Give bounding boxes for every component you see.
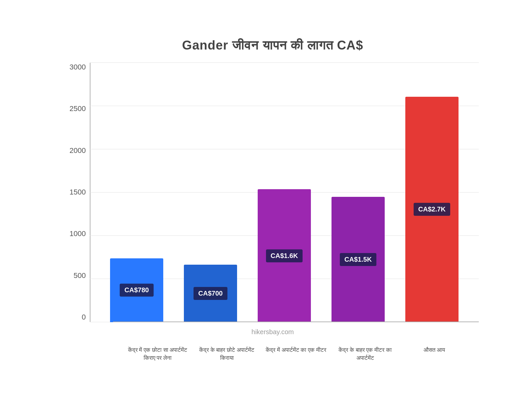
y-label-3000: 3000	[66, 63, 90, 71]
bar-label-2: CA$700	[194, 287, 227, 300]
chart-title: Gander जीवन यापन की लागत CA$	[66, 38, 479, 53]
x-labels: केंद्र में एक छोटा सा अपार्टमेंट किराए प…	[113, 343, 479, 362]
bar-label-1: CA$780	[120, 284, 153, 297]
bar-2: CA$700	[184, 265, 237, 322]
bar-group-3: CA$1.6K	[258, 189, 311, 322]
chart-area: 0 500 1000 1500 2000 2500 3000	[66, 63, 479, 322]
y-axis-labels: 0 500 1000 1500 2000 2500 3000	[66, 63, 90, 322]
bar-label-3: CA$1.6K	[266, 249, 303, 262]
x-label-2: केंद्र के बाहर छोटे अपार्टमेंट किराया	[195, 343, 258, 362]
y-label-2000: 2000	[66, 146, 90, 155]
x-axis-line	[113, 322, 479, 322]
bar-group-1: CA$780	[110, 258, 163, 322]
chart-container: Gander जीवन यापन की लागत CA$ 0 500 1000 …	[33, 25, 499, 374]
bar-4: CA$1.5K	[332, 197, 385, 322]
y-label-0: 0	[66, 313, 90, 322]
bar-label-4: CA$1.5K	[340, 253, 376, 266]
bar-group-4: CA$1.5K	[332, 197, 385, 322]
bar-label-5: CA$2.7K	[414, 203, 450, 216]
y-label-1500: 1500	[66, 188, 90, 197]
x-label-4: केंद्र के बाहर एक मीटर का अपार्टमेंट	[333, 343, 397, 362]
bar-group-2: CA$700	[184, 265, 237, 322]
y-label-500: 500	[66, 271, 90, 280]
x-label-3: केंद्र में अपार्टमेंट का एक मीटर	[264, 343, 328, 354]
x-label-1: केंद्र में एक छोटा सा अपार्टमेंट किराए प…	[126, 343, 189, 362]
footer: hikersbay.com	[66, 328, 479, 336]
bar-3: CA$1.6K	[258, 189, 311, 322]
bar-5: CA$2.7K	[405, 97, 459, 322]
y-label-2500: 2500	[66, 104, 90, 113]
y-label-1000: 1000	[66, 229, 90, 238]
bar-1: CA$780	[110, 258, 163, 322]
x-label-5: औसत आय	[403, 343, 466, 354]
bars-container: CA$780 CA$700 CA$1.6K	[100, 63, 469, 322]
bar-group-5: CA$2.7K	[405, 97, 459, 322]
plot-area: CA$780 CA$700 CA$1.6K	[90, 63, 479, 322]
